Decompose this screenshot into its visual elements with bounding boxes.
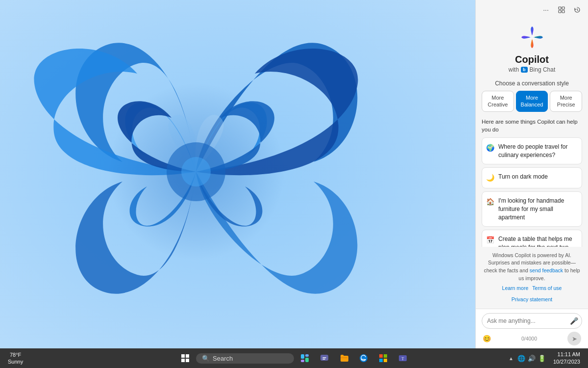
copilot-header-bar: ··· [476,0,588,20]
svg-rect-5 [562,7,564,9]
copilot-logo-icon [519,25,545,50]
svg-rect-9 [181,354,185,358]
weather-widget[interactable]: 78°F Sunny [4,351,27,366]
copilot-input-area: 🎤 😊 0/4000 ➤ [476,309,588,348]
precise-line1: More [552,94,580,101]
subtitle-service: Bing Chat [530,66,556,73]
svg-rect-12 [186,359,189,362]
suggestion-text-3: I'm looking for handmade furniture for m… [498,197,577,221]
creative-line2: Creative [484,101,512,108]
suggestion-card-1[interactable]: 🌍 Where do people travel for culinary ex… [482,137,582,165]
svg-rect-15 [301,360,304,362]
suggestion-icon-1: 🌍 [486,143,494,153]
balanced-style-button[interactable]: More Balanced [516,91,548,112]
teams-button[interactable]: T [394,349,412,367]
creative-line1: More [484,94,512,101]
suggestion-card-4[interactable]: 📅 Create a table that helps me plan meal… [482,230,582,246]
svg-rect-6 [559,10,561,13]
history-button[interactable] [571,4,583,16]
suggestion-card-2[interactable]: 🌙 Turn on dark mode [482,167,582,188]
conversation-style-section: Choose a conversation style More Creativ… [476,80,588,118]
subtitle-prefix: with [509,66,519,73]
input-footer: 😊 0/4000 ➤ [482,332,582,345]
copilot-title: Copilot [515,54,549,65]
suggestion-icon-2: 🌙 [486,173,494,183]
char-count: 0/4000 [521,336,537,342]
up-arrow-icon[interactable]: ▲ [507,356,515,361]
style-buttons-group: More Creative More Balanced More Precise [482,91,582,112]
precise-line2: Precise [552,101,580,108]
emoji-button[interactable]: 😊 [483,335,491,342]
terms-of-use-link[interactable]: Terms of use [532,285,562,292]
widgets-button[interactable] [296,349,314,367]
clock-time: 11:11 AM [553,351,580,358]
weather-temp: 78°F [8,351,23,358]
suggestion-text-4: Create a table that helps me plan meals … [498,235,577,246]
svg-rect-4 [559,7,561,9]
copilot-footer: Windows Copilot is powered by AI. Surpri… [476,247,588,309]
suggestion-icon-4: 📅 [486,236,494,245]
microphone-button[interactable]: 🎤 [570,317,578,325]
store-button[interactable] [374,349,392,367]
battery-icon[interactable]: 🔋 [538,355,546,362]
edge-button[interactable] [355,349,372,367]
bing-badge: b [521,67,528,73]
taskbar-center: 🔍 Search [176,349,412,367]
svg-rect-13 [301,354,304,359]
svg-point-3 [181,157,211,186]
search-bar[interactable]: 🔍 Search [196,353,294,364]
suggestion-text-2: Turn on dark mode [498,173,548,181]
svg-text:T: T [402,357,404,361]
desktop-wallpaper [0,0,475,348]
search-label: Search [213,355,233,362]
clock[interactable]: 11:11 AM 10/27/2023 [549,351,584,366]
learn-more-link[interactable]: Learn more [502,285,529,292]
send-feedback-link[interactable]: send feedback [530,267,563,273]
suggestion-icon-3: 🏠 [486,197,494,207]
balanced-line1: More [518,94,546,101]
clock-date: 10/27/2023 [553,358,580,366]
search-icon: 🔍 [202,355,210,362]
svg-rect-10 [186,354,189,358]
suggestions-area: Here are some things Copilot can help yo… [476,118,588,247]
copilot-subtitle: with b Bing Chat [509,66,556,73]
grid-view-button[interactable] [556,4,567,16]
more-options-button[interactable]: ··· [540,4,552,16]
svg-rect-21 [379,359,383,362]
network-icon[interactable]: 🌐 [517,355,526,362]
svg-rect-22 [384,359,387,362]
system-tray-icons: ▲ 🌐 🔊 🔋 [507,355,546,362]
chat-input[interactable] [482,313,582,329]
volume-icon[interactable]: 🔊 [527,355,536,362]
svg-rect-19 [379,354,383,358]
balanced-line2: Balanced [518,101,546,108]
weather-condition: Sunny [8,358,23,365]
taskbar-right: ▲ 🌐 🔊 🔋 11:11 AM 10/27/2023 [507,351,584,366]
input-wrapper: 🎤 [482,313,582,329]
svg-rect-16 [305,358,309,362]
privacy-statement-link[interactable]: Privacy statement [512,296,552,304]
creative-style-button[interactable]: More Creative [482,91,514,112]
suggestion-text-1: Where do people travel for culinary expe… [498,143,577,159]
suggestions-label: Here are some things Copilot can help yo… [482,118,582,133]
svg-rect-7 [562,10,564,13]
start-button[interactable] [176,349,194,367]
send-button[interactable]: ➤ [567,332,581,345]
file-explorer-button[interactable] [335,349,353,367]
svg-rect-14 [305,354,309,357]
taskbar: 78°F Sunny 🔍 Search [0,348,588,368]
chat-button[interactable] [316,349,333,367]
suggestion-card-3[interactable]: 🏠 I'm looking for handmade furniture for… [482,191,582,227]
svg-rect-20 [384,354,387,358]
footer-links: Learn more Terms of use Privacy statemen… [482,285,582,304]
copilot-logo-area: Copilot with b Bing Chat [476,20,588,80]
conv-style-label: Choose a conversation style [482,80,582,87]
svg-point-8 [530,35,535,40]
svg-rect-11 [181,359,185,362]
precise-style-button[interactable]: More Precise [550,91,582,112]
copilot-panel: ··· [475,0,588,348]
